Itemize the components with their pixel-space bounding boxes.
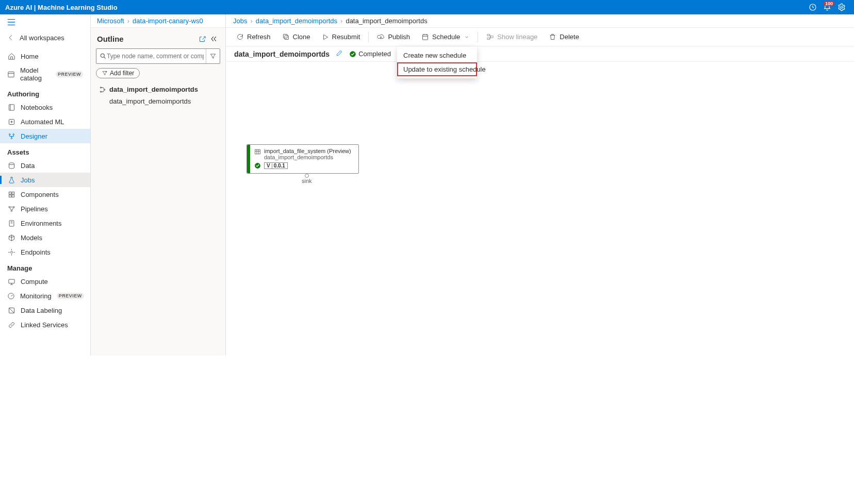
sidebar-item-automated-ml[interactable]: Automated ML — [0, 114, 90, 129]
sidebar-item-data-labeling[interactable]: Data Labeling — [0, 303, 90, 317]
breadcrumb-experiment[interactable]: data_import_demoimportds — [256, 17, 337, 25]
catalog-icon — [7, 70, 15, 78]
main-content: Jobs › data_import_demoimportds › data_i… — [226, 14, 854, 356]
all-workspaces-link[interactable]: All workspaces — [0, 30, 90, 45]
sidebar-item-components[interactable]: Components — [0, 187, 90, 201]
pipeline-canvas[interactable]: import_data_file_system (Preview) data_i… — [226, 62, 854, 356]
components-icon — [7, 190, 15, 198]
sidebar-item-notebooks[interactable]: Notebooks — [0, 100, 90, 114]
pipeline-node[interactable]: import_data_file_system (Preview) data_i… — [247, 144, 359, 174]
sidebar-item-compute[interactable]: Compute — [0, 274, 90, 289]
back-arrow-icon — [7, 33, 14, 42]
job-status: Completed — [349, 50, 391, 58]
preview-badge: PREVIEW — [57, 293, 84, 299]
nav-label: Automated ML — [21, 118, 64, 126]
node-subtitle: data_import_demoimportds — [264, 154, 351, 160]
jobs-flask-icon — [7, 176, 15, 184]
nav-label: Data Labeling — [21, 307, 62, 314]
svg-rect-26 — [283, 35, 287, 39]
schedule-button[interactable]: Schedule — [416, 31, 474, 43]
toolbar-label: Show lineage — [497, 33, 537, 41]
collapse-panel-icon[interactable] — [208, 33, 219, 44]
search-icon — [100, 53, 107, 60]
sidebar-item-environments[interactable]: Environments — [0, 216, 90, 230]
breadcrumb-main: Jobs › data_import_demoimportds › data_i… — [226, 14, 854, 28]
svg-rect-12 — [12, 195, 14, 197]
publish-button[interactable]: Publish — [372, 31, 415, 43]
svg-point-7 — [11, 138, 12, 139]
nav-label: Model catalog — [20, 66, 51, 82]
svg-rect-29 — [487, 38, 489, 39]
sidebar-item-monitoring[interactable]: Monitoring PREVIEW — [0, 289, 90, 303]
outline-search-input[interactable] — [107, 53, 204, 60]
svg-point-15 — [11, 210, 12, 212]
resubmit-button[interactable]: Resubmit — [317, 31, 366, 43]
chevron-right-icon: › — [340, 17, 342, 25]
svg-point-17 — [10, 251, 12, 253]
notification-bell-icon[interactable]: 100 — [820, 0, 834, 14]
outline-tree-root[interactable]: data_import_demoimportds — [96, 83, 220, 95]
branch-icon — [99, 86, 106, 93]
clone-button[interactable]: Clone — [277, 31, 316, 43]
sidebar-item-model-catalog[interactable]: Model catalog PREVIEW — [0, 63, 90, 85]
svg-rect-27 — [423, 35, 428, 40]
add-filter-button[interactable]: Add filter — [96, 68, 140, 78]
nav-label: Data — [21, 162, 35, 170]
nav-label: Notebooks — [21, 104, 53, 111]
version-letter: V — [267, 163, 270, 169]
svg-point-24 — [104, 89, 105, 90]
breadcrumb-current: data_import_demoimportds — [346, 17, 427, 25]
svg-rect-2 — [8, 72, 14, 77]
node-output-port[interactable]: sink — [302, 174, 312, 184]
clock-icon[interactable] — [806, 0, 820, 14]
nav-label: Monitoring — [20, 292, 52, 300]
nav-label: All workspaces — [20, 34, 64, 42]
add-filter-icon — [102, 70, 108, 76]
notebook-icon — [7, 103, 15, 111]
schedule-dropdown: Create new schedule Update to existing s… — [397, 46, 477, 78]
breadcrumb-jobs[interactable]: Jobs — [233, 17, 247, 25]
settings-gear-icon[interactable] — [834, 0, 849, 14]
share-icon[interactable] — [196, 33, 208, 44]
nav-label: Home — [21, 53, 39, 60]
schedule-menu-create[interactable]: Create new schedule — [397, 48, 477, 62]
tree-child-label: data_import_demoimportds — [109, 97, 191, 105]
sidebar-item-pipelines[interactable]: Pipelines — [0, 201, 90, 216]
version-number: 0.0.1 — [274, 163, 285, 169]
sidebar-item-data[interactable]: Data — [0, 158, 90, 173]
outline-panel: Microsoft › data-import-canary-ws0 Outli… — [91, 14, 226, 356]
tree-root-label: data_import_demoimportds — [109, 86, 198, 93]
sidebar-item-home[interactable]: Home — [0, 49, 90, 63]
svg-rect-30 — [491, 36, 493, 38]
import-data-icon — [254, 148, 261, 156]
app-title: Azure AI | Machine Learning Studio — [5, 4, 118, 11]
filter-icon[interactable] — [206, 49, 217, 63]
breadcrumb-microsoft[interactable]: Microsoft — [97, 17, 124, 25]
breadcrumb-workspace[interactable]: data-import-canary-ws0 — [133, 17, 203, 25]
automl-icon — [7, 117, 15, 126]
port-label: sink — [302, 178, 312, 184]
sidebar-item-designer[interactable]: Designer — [0, 129, 90, 143]
nav-label: Endpoints — [21, 248, 51, 256]
edit-pencil-icon[interactable] — [336, 49, 343, 58]
nav-label: Jobs — [21, 176, 35, 184]
chevron-right-icon: › — [250, 17, 252, 25]
top-banner: Azure AI | Machine Learning Studio 100 — [0, 0, 854, 14]
labeling-icon — [7, 306, 15, 314]
models-icon — [7, 233, 15, 242]
sidebar-item-endpoints[interactable]: Endpoints — [0, 245, 90, 259]
sidebar-item-linked-services[interactable]: Linked Services — [0, 317, 90, 332]
refresh-button[interactable]: Refresh — [231, 31, 276, 43]
outline-search-box[interactable] — [96, 48, 220, 64]
outline-tree-child[interactable]: data_import_demoimportds — [96, 95, 220, 107]
toolbar-label: Publish — [388, 33, 410, 41]
section-authoring: Authoring — [0, 85, 90, 100]
designer-icon — [7, 132, 15, 140]
sidebar-item-models[interactable]: Models — [0, 230, 90, 245]
svg-point-21 — [101, 54, 104, 57]
hamburger-menu-icon[interactable] — [0, 16, 90, 30]
section-assets: Assets — [0, 143, 90, 158]
schedule-menu-update[interactable]: Update to existing schedule — [397, 62, 477, 76]
delete-button[interactable]: Delete — [544, 31, 584, 43]
sidebar-item-jobs[interactable]: Jobs — [0, 173, 90, 187]
